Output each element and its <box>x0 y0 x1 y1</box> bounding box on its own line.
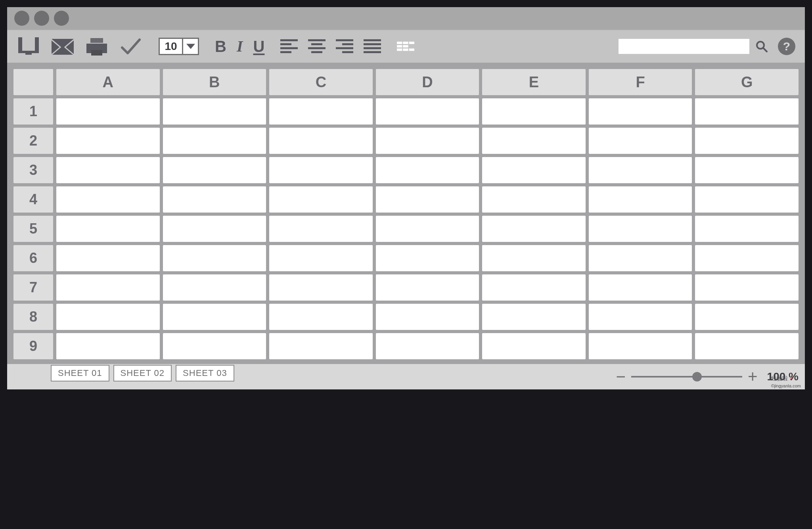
italic-button[interactable]: I <box>237 38 243 54</box>
cell[interactable] <box>695 216 799 242</box>
cell[interactable] <box>163 304 266 330</box>
align-center-icon[interactable] <box>308 39 326 54</box>
cell[interactable] <box>589 128 692 154</box>
search-input[interactable] <box>619 39 749 54</box>
cell[interactable] <box>163 157 266 183</box>
cell[interactable] <box>482 186 586 213</box>
zoom-slider-knob[interactable] <box>692 372 702 381</box>
column-header[interactable]: G <box>695 69 799 95</box>
cell[interactable] <box>589 98 692 125</box>
select-all-corner[interactable] <box>13 69 53 95</box>
cell[interactable] <box>695 274 799 301</box>
cell[interactable] <box>376 274 479 301</box>
cell[interactable] <box>695 128 799 154</box>
row-header[interactable]: 5 <box>13 216 53 242</box>
cell[interactable] <box>482 304 586 330</box>
cell[interactable] <box>482 216 586 242</box>
column-header[interactable]: F <box>589 69 692 95</box>
row-header[interactable]: 8 <box>13 304 53 330</box>
cell[interactable] <box>376 304 479 330</box>
cells-icon[interactable] <box>397 39 414 54</box>
cell[interactable] <box>589 304 692 330</box>
column-header[interactable]: E <box>482 69 586 95</box>
cell[interactable] <box>163 216 266 242</box>
sheet-tab[interactable]: SHEET 03 <box>176 365 234 381</box>
column-header[interactable]: B <box>163 69 266 95</box>
cell[interactable] <box>56 157 160 183</box>
search-icon[interactable] <box>756 40 768 52</box>
cell[interactable] <box>376 157 479 183</box>
cell[interactable] <box>589 216 692 242</box>
sheet-tab[interactable]: SHEET 01 <box>51 365 109 381</box>
sheet-tab[interactable]: SHEET 02 <box>113 365 172 381</box>
cell[interactable] <box>482 274 586 301</box>
row-header[interactable]: 2 <box>13 128 53 154</box>
cell[interactable] <box>376 333 479 359</box>
cell[interactable] <box>482 128 586 154</box>
cell[interactable] <box>163 333 266 359</box>
row-header[interactable]: 7 <box>13 274 53 301</box>
cell[interactable] <box>695 245 799 271</box>
font-size-selector[interactable]: 10 <box>159 38 199 55</box>
zoom-slider[interactable] <box>631 376 742 378</box>
cell[interactable] <box>56 245 160 271</box>
cell[interactable] <box>376 128 479 154</box>
row-header[interactable]: 9 <box>13 333 53 359</box>
check-icon[interactable] <box>119 36 143 56</box>
cell[interactable] <box>482 333 586 359</box>
mail-icon[interactable] <box>51 36 75 56</box>
row-header[interactable]: 4 <box>13 186 53 213</box>
cell[interactable] <box>56 216 160 242</box>
column-header[interactable]: D <box>376 69 479 95</box>
cell[interactable] <box>695 333 799 359</box>
cell[interactable] <box>482 157 586 183</box>
column-header[interactable]: A <box>56 69 160 95</box>
cell[interactable] <box>269 186 373 213</box>
cell[interactable] <box>589 245 692 271</box>
help-button[interactable]: ? <box>778 38 795 55</box>
cell[interactable] <box>269 157 373 183</box>
print-icon[interactable] <box>85 36 109 56</box>
cell[interactable] <box>482 98 586 125</box>
cell[interactable] <box>695 157 799 183</box>
cell[interactable] <box>589 333 692 359</box>
cell[interactable] <box>269 216 373 242</box>
align-left-icon[interactable] <box>280 39 298 54</box>
align-right-icon[interactable] <box>336 39 353 54</box>
cell[interactable] <box>56 274 160 301</box>
cell[interactable] <box>269 245 373 271</box>
cell[interactable] <box>482 245 586 271</box>
row-header[interactable]: 3 <box>13 157 53 183</box>
cell[interactable] <box>163 186 266 213</box>
cell[interactable] <box>56 128 160 154</box>
cell[interactable] <box>269 274 373 301</box>
cell[interactable] <box>163 98 266 125</box>
cell[interactable] <box>695 98 799 125</box>
cell[interactable] <box>269 128 373 154</box>
cell[interactable] <box>269 98 373 125</box>
underline-button[interactable]: U <box>253 38 264 54</box>
save-icon[interactable] <box>17 36 40 56</box>
bold-button[interactable]: B <box>215 38 226 54</box>
cell[interactable] <box>589 186 692 213</box>
maximize-window-icon[interactable] <box>54 11 69 26</box>
cell[interactable] <box>163 128 266 154</box>
cell[interactable] <box>163 274 266 301</box>
cell[interactable] <box>269 333 373 359</box>
align-justify-icon[interactable] <box>364 39 381 54</box>
cell[interactable] <box>589 157 692 183</box>
cell[interactable] <box>56 333 160 359</box>
row-header[interactable]: 6 <box>13 245 53 271</box>
minimize-window-icon[interactable] <box>34 11 49 26</box>
cell[interactable] <box>376 186 479 213</box>
cell[interactable] <box>163 245 266 271</box>
cell[interactable] <box>376 216 479 242</box>
cell[interactable] <box>589 274 692 301</box>
column-header[interactable]: C <box>269 69 373 95</box>
row-header[interactable]: 1 <box>13 98 53 125</box>
cell[interactable] <box>56 186 160 213</box>
cell[interactable] <box>56 304 160 330</box>
close-window-icon[interactable] <box>14 11 29 26</box>
cell[interactable] <box>376 98 479 125</box>
cell[interactable] <box>695 186 799 213</box>
